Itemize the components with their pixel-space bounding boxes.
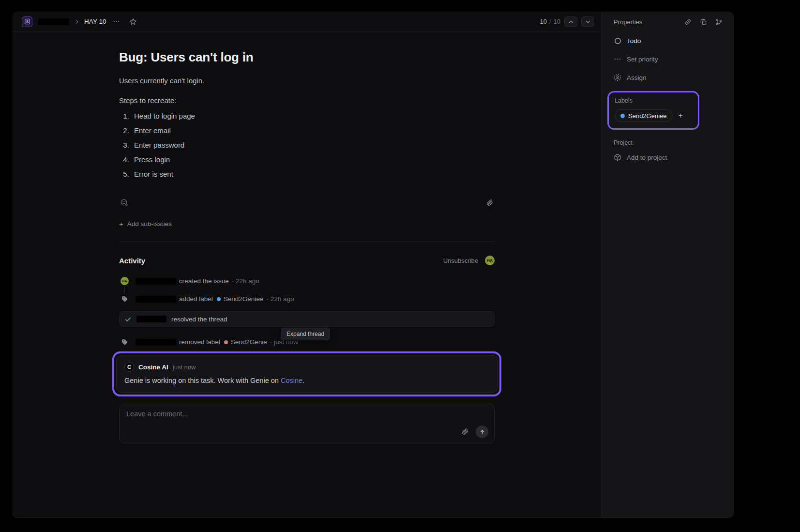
event-text: added label	[179, 295, 213, 303]
unsubscribe-button[interactable]: Unsubscribe	[443, 257, 478, 264]
highlight-outline-comment: C Cosine AI just now Genie is working on…	[112, 351, 501, 396]
paperclip-icon	[461, 428, 469, 436]
event-label-name: Send2Geniee	[224, 295, 264, 303]
project-heading: Project	[602, 139, 733, 146]
comment-text: Genie is working on this task. Work with…	[124, 377, 281, 384]
add-to-project-button[interactable]: Add to project	[602, 148, 733, 167]
timeline-connector	[124, 287, 125, 293]
assign-label: Assign	[627, 74, 647, 81]
redacted-username	[136, 296, 176, 303]
issue-description-line: Steps to recreate:	[119, 96, 495, 105]
cosine-link[interactable]: Cosine	[281, 377, 302, 384]
comment-text: .	[302, 377, 304, 384]
add-sub-issues-label: Add sub-issues	[127, 220, 172, 228]
status-label: Todo	[627, 37, 641, 45]
step-item: Press login	[131, 155, 495, 165]
step-item: Enter password	[131, 140, 495, 150]
copy-id-button[interactable]	[700, 18, 707, 26]
section-divider	[119, 242, 495, 242]
submit-comment-button[interactable]	[476, 426, 488, 438]
properties-heading: Properties	[614, 18, 642, 26]
redacted-username	[136, 316, 166, 322]
desktop-background: HAY-10 10 / 10	[0, 0, 800, 532]
todo-status-circle-icon	[614, 37, 621, 45]
composer-attach-button[interactable]	[460, 427, 470, 437]
chevron-up-icon	[568, 19, 574, 25]
event-created-issue: HA created the issue · 22h ago	[119, 277, 495, 285]
assign-user-icon	[614, 74, 621, 81]
add-to-project-label: Add to project	[627, 154, 667, 161]
label-color-dot	[224, 340, 228, 344]
event-label-name: Send2Genie	[231, 338, 267, 346]
activity-heading: Activity	[119, 257, 145, 265]
event-time: · 22h ago	[266, 295, 294, 303]
properties-sidebar: Properties	[601, 12, 733, 517]
step-item: Head to login page	[131, 111, 495, 121]
label-color-dot	[217, 297, 221, 301]
check-icon	[124, 316, 132, 323]
redacted-username	[136, 278, 176, 285]
arrow-up-icon	[479, 429, 485, 435]
event-label-added: added label Send2Geniee · 22h ago	[119, 295, 495, 303]
event-text: created the issue	[179, 277, 229, 285]
paperclip-icon	[486, 199, 494, 207]
contact-card-icon	[24, 18, 30, 25]
labels-section-highlighted: Labels Send2Geniee +	[607, 91, 699, 130]
status-selector[interactable]: Todo	[602, 31, 733, 50]
event-thread-resolved[interactable]: resolved the thread	[119, 311, 495, 327]
more-options-button[interactable]	[110, 16, 123, 28]
git-branch-icon	[715, 18, 723, 26]
label-color-dot	[620, 114, 625, 118]
git-branch-button[interactable]	[715, 18, 723, 26]
chevron-right-icon	[74, 19, 80, 25]
app-window: HAY-10 10 / 10	[13, 12, 733, 517]
cosine-ai-avatar: C	[124, 362, 134, 372]
priority-selector[interactable]: Set priority	[602, 50, 733, 68]
assignee-selector[interactable]: Assign	[602, 68, 733, 87]
copy-icon	[700, 18, 707, 26]
pagination-current: 10	[540, 18, 546, 25]
event-time: · 22h ago	[232, 277, 259, 285]
link-icon	[684, 18, 692, 26]
add-sub-issues-button[interactable]: + Add sub-issues	[119, 220, 172, 228]
subscriber-avatar[interactable]: HA	[485, 256, 495, 265]
chevron-down-icon	[585, 19, 591, 25]
cosine-ai-comment: C Cosine AI just now Genie is working on…	[116, 355, 498, 393]
labels-heading: Labels	[615, 97, 692, 104]
plus-icon: +	[119, 220, 123, 228]
event-label-removed: removed label Send2Genie · just now Expa…	[119, 338, 495, 346]
add-label-button[interactable]: +	[679, 111, 683, 120]
comment-input[interactable]	[126, 410, 451, 429]
redacted-username	[136, 339, 176, 346]
priority-label: Set priority	[627, 56, 658, 63]
label-name: Send2Geniee	[628, 112, 667, 120]
breadcrumb-issue-id[interactable]: HAY-10	[84, 18, 106, 25]
steps-list: Head to login page Enter email Enter pas…	[119, 111, 495, 179]
issue-description-line: Users currently can't login.	[119, 76, 495, 85]
issue-title: Bug: Users can't log in	[119, 50, 495, 65]
comment-body: Genie is working on this task. Work with…	[124, 377, 489, 384]
no-priority-icon	[614, 55, 621, 63]
top-bar: HAY-10 10 / 10	[13, 12, 601, 31]
redacted-workspace-name	[38, 18, 69, 25]
expand-thread-tooltip[interactable]: Expand thread	[281, 328, 330, 340]
next-issue-button[interactable]	[581, 16, 594, 27]
add-reaction-button[interactable]	[119, 198, 130, 208]
pagination-total: 10	[554, 18, 560, 25]
step-item: Enter email	[131, 126, 495, 136]
copy-link-button[interactable]	[684, 18, 692, 26]
previous-issue-button[interactable]	[564, 16, 577, 27]
emoji-add-icon	[120, 198, 129, 207]
activity-timeline: HA created the issue · 22h ago	[119, 277, 495, 443]
workspace-icon[interactable]	[22, 16, 32, 27]
ellipsis-icon	[113, 18, 120, 25]
pagination-separator: /	[549, 18, 551, 25]
step-item: Error is sent	[131, 169, 495, 179]
comment-author: Cosine AI	[138, 364, 168, 371]
label-pill-send2geniee[interactable]: Send2Geniee	[615, 109, 673, 122]
star-icon	[129, 18, 137, 26]
attach-file-button[interactable]	[485, 198, 495, 208]
issue-content-area: Bug: Users can't log in Users currently …	[13, 31, 601, 517]
favorite-star-button[interactable]	[127, 16, 139, 28]
event-text: resolved the thread	[171, 316, 227, 323]
